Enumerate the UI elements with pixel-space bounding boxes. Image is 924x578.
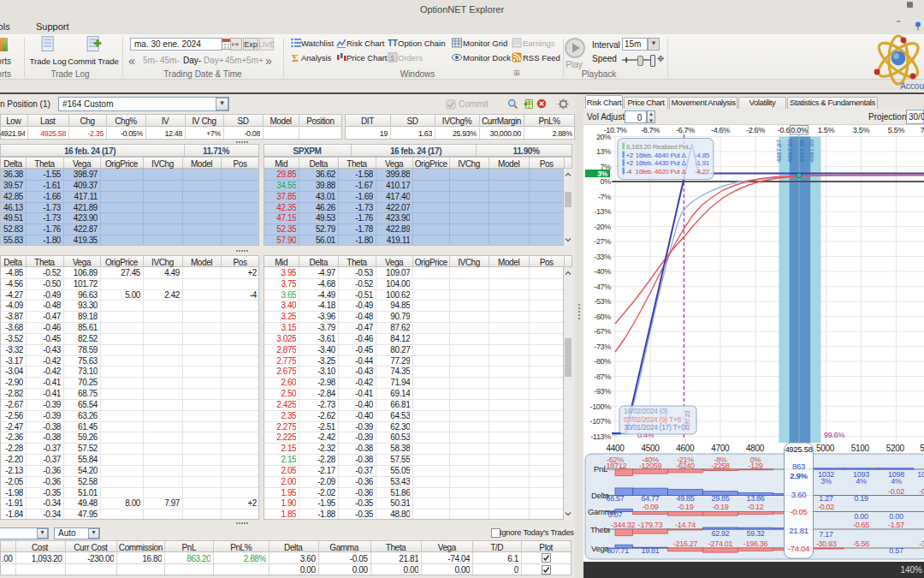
svg-text:-67%: -67% (594, 327, 611, 336)
svg-text:19.81: 19.81 (641, 546, 659, 555)
svg-text:-216.27: -216.27 (673, 539, 698, 548)
svg-text:-0.65: -0.65 (853, 521, 869, 529)
svg-text:1.5%: 1.5% (818, 126, 835, 134)
svg-text:-6.7%: -6.7% (676, 126, 695, 134)
svg-text:10: 10 (917, 470, 924, 479)
svg-text:-0.02: -0.02 (818, 503, 834, 511)
svg-text:-4.6%: -4.6% (711, 126, 730, 134)
svg-text:-93%: -93% (594, 387, 611, 396)
svg-text:2.9%: 2.9% (790, 471, 808, 480)
svg-text:-196.36: -196.36 (743, 539, 768, 548)
svg-text:3.5%: 3.5% (853, 126, 870, 134)
svg-text:TT: TT (388, 39, 398, 48)
svg-text:13%: 13% (596, 147, 611, 156)
svg-text:-4.85: -4.85 (695, 152, 710, 159)
svg-text:07/02/2024 (9) T+8: 07/02/2024 (9) T+8 (624, 415, 682, 424)
svg-text:-344.32: -344.32 (611, 521, 636, 529)
svg-text:Theta: Theta (590, 525, 611, 534)
svg-text:30/01/2024 (17) T+0: 30/01/2024 (17) T+0 (624, 423, 685, 432)
svg-text:7.17: 7.17 (819, 530, 833, 539)
svg-text:-1.57: -1.57 (888, 521, 904, 529)
svg-text:-100%: -100% (589, 402, 611, 411)
svg-text:0.57: 0.57 (889, 546, 903, 555)
svg-text:-0.02: -0.02 (888, 487, 904, 496)
svg-text:4925.58: 4925.58 (785, 444, 812, 454)
svg-text:-53%: -53% (594, 297, 611, 306)
svg-text:+2: +2 (626, 159, 634, 167)
svg-text:16feb. 4430 Put Δ: 16feb. 4430 Put Δ (636, 159, 687, 167)
svg-text:-27%: -27% (594, 237, 611, 246)
svg-text:99.6%: 99.6% (824, 431, 844, 439)
svg-text:-5.56: -5.56 (853, 539, 869, 548)
svg-text:7: 7 (921, 126, 924, 134)
svg-text:-0: -0 (919, 487, 924, 496)
svg-text:-10.7%: -10.7% (604, 126, 627, 134)
svg-text:-0.09: -0.09 (642, 503, 658, 511)
svg-text:13.86: 13.86 (746, 494, 764, 503)
svg-text:-0.19: -0.19 (712, 503, 728, 511)
svg-text:$: $ (390, 54, 394, 63)
svg-text:1.27: 1.27 (819, 494, 833, 503)
svg-text:-40%: -40% (594, 267, 611, 276)
svg-text:4867.87: 4867.87 (775, 139, 783, 163)
svg-text:-73%: -73% (594, 343, 611, 351)
svg-text:-13%: -13% (594, 207, 611, 216)
svg-text:4897.90: 4897.90 (786, 139, 794, 163)
svg-text:-0.6: -0.6 (778, 126, 791, 134)
svg-text:4%: 4% (891, 477, 902, 486)
svg-text:-14.74: -14.74 (675, 521, 696, 529)
svg-text:+2: +2 (626, 152, 634, 159)
svg-text:-0.05: -0.05 (790, 507, 807, 516)
svg-text:-4.27: -4.27 (695, 168, 710, 176)
svg-text:0.0%: 0.0% (791, 126, 808, 134)
svg-text:-1.91: -1.91 (695, 159, 710, 167)
svg-text:4987.99: 4987.99 (808, 139, 815, 163)
svg-text:-30.93: -30.93 (816, 539, 837, 548)
svg-text:0.19: 0.19 (854, 494, 868, 503)
svg-text:16feb. 4620 Put Δ: 16feb. 4620 Put Δ (636, 168, 687, 176)
svg-text:-179.73: -179.73 (638, 521, 663, 529)
svg-text:863: 863 (792, 462, 805, 471)
svg-text:3.60: 3.60 (791, 490, 806, 499)
svg-text:49.85: 49.85 (676, 494, 694, 503)
svg-text:-12059: -12059 (639, 462, 662, 470)
svg-text:21.81: 21.81 (789, 526, 808, 535)
svg-text:4957.96: 4957.96 (798, 139, 806, 163)
svg-text:0.00: 0.00 (854, 512, 868, 521)
svg-text:3%: 3% (597, 170, 607, 178)
svg-text:0%: 0% (601, 177, 612, 186)
svg-text:-2258: -2258 (711, 462, 730, 470)
svg-text:-7%: -7% (598, 193, 611, 201)
svg-text:-0.19: -0.19 (677, 503, 693, 511)
svg-text:64.77: 64.77 (641, 494, 659, 503)
svg-text:5.5%: 5.5% (888, 126, 905, 134)
svg-text:-18712: -18712 (604, 462, 627, 470)
svg-text:16feb. 4640 Put Δ: 16feb. 4640 Put Δ (636, 152, 687, 159)
svg-text:-33%: -33% (594, 253, 611, 261)
svg-text:-47%: -47% (594, 283, 611, 291)
svg-text:-20%: -20% (594, 223, 611, 231)
svg-text:0.07: 0.07 (608, 510, 623, 519)
svg-text:4597.23: 4597.23 (684, 410, 690, 431)
svg-text:-107%: -107% (589, 417, 611, 426)
svg-text:6,183.20 Realized PnL: 6,183.20 Realized PnL (626, 143, 691, 151)
svg-text:-87%: -87% (594, 372, 611, 381)
svg-text:-3: -3 (919, 539, 924, 548)
svg-text:-113%: -113% (590, 432, 611, 441)
svg-text:-129: -129 (749, 462, 763, 470)
svg-text:-6240: -6240 (676, 462, 695, 470)
svg-text:3%: 3% (820, 477, 832, 486)
svg-text:-8.7%: -8.7% (641, 126, 660, 134)
svg-text:62.92: 62.92 (711, 529, 729, 538)
svg-text:29.85: 29.85 (711, 494, 729, 503)
svg-text:-74.04: -74.04 (788, 544, 809, 553)
svg-text:-2.6%: -2.6% (746, 126, 765, 134)
svg-text:-80%: -80% (594, 357, 611, 366)
svg-text:0.00: 0.00 (889, 512, 903, 521)
svg-text:-60%: -60% (594, 313, 611, 321)
svg-text:-274.01: -274.01 (708, 539, 733, 548)
svg-text:Σ: Σ (292, 52, 299, 63)
svg-text:-4: -4 (626, 168, 632, 176)
svg-text:307.71: 307.71 (607, 546, 629, 555)
svg-text:66.57: 66.57 (606, 494, 624, 503)
